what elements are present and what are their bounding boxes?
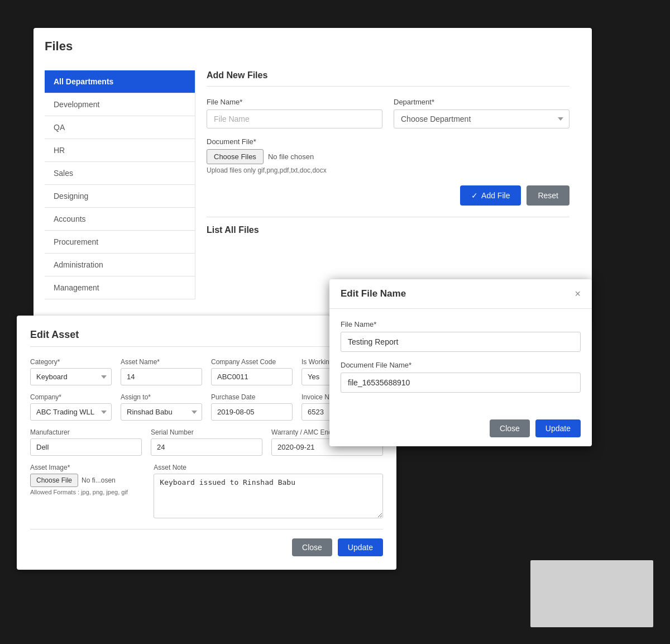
sidebar-item-development[interactable]: Development <box>45 93 195 116</box>
company-group: Company* ABC Trading WLL <box>30 393 112 421</box>
asset-note-group: Asset Note Keyboard issued to Rinshad Ba… <box>154 464 383 520</box>
content-layout: All Departments Development QA HR Sales … <box>45 70 581 299</box>
file-name-label: File Name* <box>207 98 382 106</box>
edit-asset-close-button[interactable]: Close <box>292 538 332 556</box>
company-asset-code-group: Company Asset Code <box>211 358 293 385</box>
form-row-1: File Name* Department* Choose Department <box>207 98 570 128</box>
serial-number-input[interactable] <box>151 438 262 456</box>
department-label: Department* <box>394 98 570 106</box>
manufacturer-label: Manufacturer <box>30 428 142 436</box>
check-icon: ✓ <box>471 191 478 200</box>
asset-note-label: Asset Note <box>154 464 383 471</box>
company-label: Company* <box>30 393 112 401</box>
modal-update-button[interactable]: Update <box>535 419 581 437</box>
sidebar-item-qa[interactable]: QA <box>45 116 195 139</box>
upload-hint: Upload files only gif,png,pdf,txt,doc,do… <box>207 166 570 174</box>
category-group: Category* Keyboard <box>30 358 112 385</box>
modal-body: File Name* Document File Name* <box>329 309 592 413</box>
purchase-date-label: Purchase Date <box>211 393 293 401</box>
manufacturer-group: Manufacturer <box>30 428 142 456</box>
no-file-small-text: No fi...osen <box>82 476 116 484</box>
asset-name-input[interactable] <box>121 368 202 385</box>
category-select[interactable]: Keyboard <box>30 368 112 385</box>
sidebar-item-procurement[interactable]: Procurement <box>45 231 195 254</box>
modal-close-button[interactable]: Close <box>490 419 530 437</box>
sidebar: All Departments Development QA HR Sales … <box>45 70 195 299</box>
list-section-title: List All Files <box>207 217 570 235</box>
modal-document-file-name-group: Document File Name* <box>341 361 581 393</box>
no-file-chosen-text: No file chosen <box>268 152 314 161</box>
choose-files-button[interactable]: Choose Files <box>207 149 264 164</box>
sidebar-item-management[interactable]: Management <box>45 276 195 299</box>
asset-note-textarea[interactable]: Keyboard issued to Rinshad Babu <box>154 474 383 518</box>
serial-number-label: Serial Number <box>151 428 262 436</box>
purchase-date-input[interactable] <box>211 403 293 421</box>
modal-file-name-input[interactable] <box>341 332 581 352</box>
file-name-group: File Name* <box>207 98 382 128</box>
edit-filename-modal: Edit File Name × File Name* Document Fil… <box>329 279 592 446</box>
company-asset-code-input[interactable] <box>211 368 293 385</box>
add-new-section-title: Add New Files <box>207 70 570 87</box>
company-select[interactable]: ABC Trading WLL <box>30 403 112 421</box>
modal-footer: Close Update <box>329 413 592 446</box>
gray-decorative-box <box>530 560 653 627</box>
file-upload-row: Choose Files No file chosen <box>207 149 570 164</box>
sidebar-item-hr[interactable]: HR <box>45 139 195 162</box>
company-asset-code-label: Company Asset Code <box>211 358 293 366</box>
serial-number-group: Serial Number <box>151 428 262 456</box>
asset-image-label: Asset Image* <box>30 464 145 471</box>
document-file-group: Document File* Choose Files No file chos… <box>207 137 570 174</box>
sidebar-item-sales[interactable]: Sales <box>45 162 195 185</box>
modal-file-name-group: File Name* <box>341 320 581 352</box>
file-name-input[interactable] <box>207 109 382 128</box>
reset-button[interactable]: Reset <box>527 185 570 206</box>
form-actions: ✓ Add File Reset <box>207 185 570 206</box>
asset-file-upload: Choose File No fi...osen <box>30 474 145 487</box>
asset-image-group: Asset Image* Choose File No fi...osen Al… <box>30 464 145 520</box>
document-file-label: Document File* <box>207 137 570 146</box>
sidebar-item-administration[interactable]: Administration <box>45 254 195 276</box>
sidebar-item-accounts[interactable]: Accounts <box>45 208 195 231</box>
main-content: Add New Files File Name* Department* Cho… <box>195 70 581 299</box>
assign-to-group: Assign to* Rinshad Babu <box>121 393 202 421</box>
modal-document-file-name-label: Document File Name* <box>341 361 581 369</box>
add-file-button[interactable]: ✓ Add File <box>460 185 521 206</box>
sidebar-item-designing[interactable]: Designing <box>45 185 195 208</box>
modal-file-name-label: File Name* <box>341 320 581 328</box>
asset-name-label: Asset Name* <box>121 358 202 366</box>
assign-to-label: Assign to* <box>121 393 202 401</box>
assign-to-select[interactable]: Rinshad Babu <box>121 403 202 421</box>
modal-document-file-name-input[interactable] <box>341 373 581 393</box>
asset-form-actions: Close Update <box>30 529 383 556</box>
manufacturer-input[interactable] <box>30 438 142 456</box>
purchase-date-group: Purchase Date <box>211 393 293 421</box>
department-group: Department* Choose Department <box>394 98 570 128</box>
category-label: Category* <box>30 358 112 366</box>
modal-title: Edit File Name <box>341 288 406 299</box>
panel-title: Files <box>45 39 581 59</box>
sidebar-item-all-departments[interactable]: All Departments <box>45 70 195 93</box>
modal-close-icon-button[interactable]: × <box>575 289 581 299</box>
edit-asset-update-button[interactable]: Update <box>338 538 383 556</box>
choose-file-button[interactable]: Choose File <box>30 474 78 487</box>
asset-name-group: Asset Name* <box>121 358 202 385</box>
allowed-formats-text: Allowed Formats : jpg, png, jpeg, gif <box>30 489 145 495</box>
department-select[interactable]: Choose Department <box>394 109 570 128</box>
modal-header: Edit File Name × <box>329 279 592 309</box>
asset-form-row-4: Asset Image* Choose File No fi...osen Al… <box>30 464 383 520</box>
